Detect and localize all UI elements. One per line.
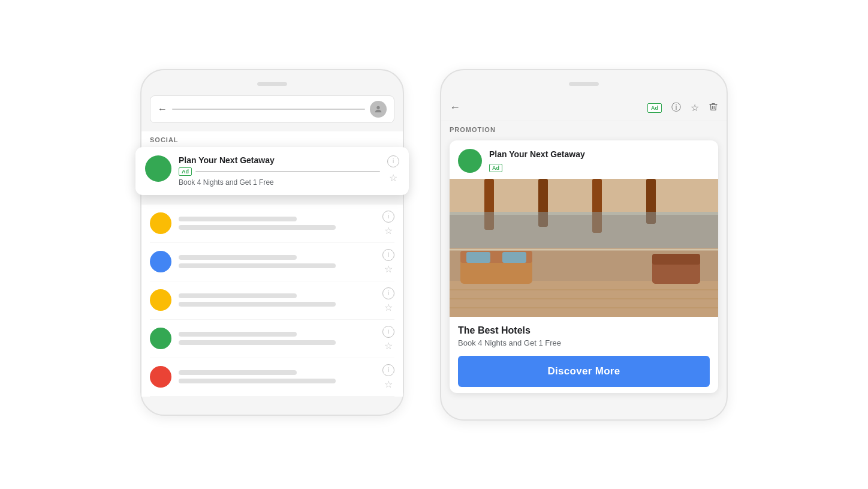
section-label: SOCIAL	[141, 131, 403, 147]
search-line	[172, 109, 365, 110]
email-line-top	[179, 332, 297, 337]
star-icon[interactable]: ☆	[384, 302, 393, 313]
info-icon[interactable]: i	[382, 211, 394, 223]
star-icon[interactable]: ☆	[384, 225, 393, 236]
email-right-5: i ☆	[382, 364, 394, 390]
right-phone-speaker	[569, 82, 599, 86]
ad-card-right-header: Plan Your Next Getaway Ad	[450, 140, 718, 179]
list-item[interactable]: i ☆	[150, 281, 394, 320]
search-bar[interactable]: ←	[150, 95, 394, 123]
email-list-left: i ☆ i ☆	[141, 205, 403, 397]
email-right-3: i ☆	[382, 287, 394, 313]
email-line-bottom	[179, 302, 336, 307]
star-icon-topbar[interactable]: ☆	[691, 102, 699, 113]
hotel-image	[450, 179, 718, 317]
ad-card-body-left: Plan Your Next Getaway Ad Book 4 Nights …	[179, 155, 380, 187]
avatar-yellow-1	[150, 212, 171, 234]
ad-line-left	[195, 171, 380, 172]
list-item[interactable]: i ☆	[150, 243, 394, 281]
email-line-top	[179, 370, 297, 375]
svg-rect-18	[652, 254, 700, 265]
promo-label: PROMOTION	[441, 121, 727, 137]
discover-more-button[interactable]: Discover More	[458, 356, 710, 387]
avatar-red	[150, 366, 171, 388]
sender-avatar-left	[145, 155, 171, 182]
email-line-bottom	[179, 225, 336, 230]
email-line-top	[179, 255, 297, 260]
email-lines-4	[179, 332, 375, 345]
hotel-text-area: The Best Hotels Book 4 Nights and Get 1 …	[450, 317, 718, 393]
star-icon-left[interactable]: ☆	[389, 172, 397, 184]
card-icons-left: i ☆	[387, 155, 399, 184]
avatar-yellow-2	[150, 289, 171, 311]
ad-card-right-text: Plan Your Next Getaway Ad	[489, 149, 585, 172]
left-phone: ← SOCIAL Plan Your Next Getaway Ad	[140, 69, 404, 416]
sender-avatar-right	[458, 149, 482, 173]
ad-badge-left: Ad	[179, 167, 192, 176]
info-icon[interactable]: i	[382, 364, 394, 376]
email-line-top	[179, 217, 297, 221]
top-bar-right: ← Ad ⓘ ☆	[441, 95, 727, 121]
email-right-2: i ☆	[382, 249, 394, 275]
right-phone: ← Ad ⓘ ☆ PROMOTION	[440, 69, 728, 421]
list-item[interactable]: i ☆	[150, 320, 394, 358]
svg-rect-15	[466, 252, 490, 263]
email-right-4: i ☆	[382, 326, 394, 352]
hotel-desc: Book 4 Nights and Get 1 Free	[458, 338, 710, 347]
email-lines-5	[179, 370, 375, 383]
star-icon[interactable]: ☆	[384, 379, 393, 390]
svg-point-0	[376, 106, 379, 109]
email-right-1: i ☆	[382, 211, 394, 236]
ad-badge-right: Ad	[489, 164, 502, 172]
star-icon[interactable]: ☆	[384, 340, 393, 352]
info-icon[interactable]: i	[382, 287, 394, 299]
list-item[interactable]: i ☆	[150, 358, 394, 397]
star-icon[interactable]: ☆	[384, 263, 393, 275]
left-phone-speaker	[257, 82, 287, 86]
email-line-top	[179, 293, 297, 298]
svg-rect-16	[502, 252, 526, 263]
ad-title-left: Plan Your Next Getaway	[179, 155, 380, 165]
info-icon[interactable]: i	[382, 326, 394, 338]
right-ad-card[interactable]: Plan Your Next Getaway Ad	[450, 140, 718, 393]
trash-icon-topbar[interactable]	[709, 101, 718, 115]
back-arrow-right[interactable]: ←	[450, 101, 460, 114]
avatar-green	[150, 328, 171, 349]
email-line-bottom	[179, 379, 336, 383]
email-lines-1	[179, 217, 375, 230]
info-icon-left[interactable]: i	[387, 155, 399, 167]
email-line-bottom	[179, 263, 336, 268]
info-icon-topbar[interactable]: ⓘ	[671, 101, 681, 114]
info-icon[interactable]: i	[382, 249, 394, 261]
svg-rect-19	[450, 212, 718, 248]
featured-ad-card[interactable]: Plan Your Next Getaway Ad Book 4 Nights …	[135, 147, 409, 195]
email-line-bottom	[179, 340, 336, 345]
top-bar-icons: Ad ⓘ ☆	[647, 101, 718, 115]
email-lines-2	[179, 255, 375, 268]
email-lines-3	[179, 293, 375, 307]
hotel-name: The Best Hotels	[458, 325, 710, 336]
ad-title-right: Plan Your Next Getaway	[489, 149, 585, 159]
back-arrow-icon[interactable]: ←	[158, 104, 167, 115]
user-avatar	[370, 101, 387, 118]
list-item[interactable]: i ☆	[150, 205, 394, 243]
ad-subtitle-left: Book 4 Nights and Get 1 Free	[179, 178, 380, 187]
avatar-blue	[150, 251, 171, 272]
ad-badge-top-bar: Ad	[647, 103, 662, 113]
